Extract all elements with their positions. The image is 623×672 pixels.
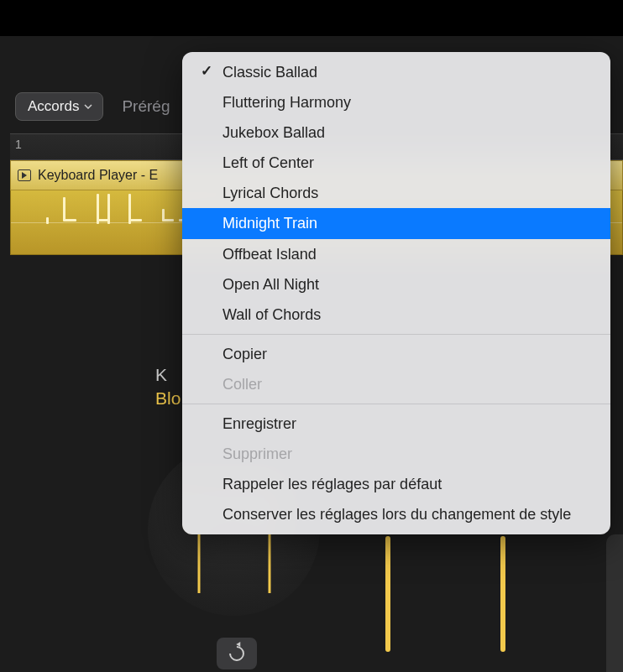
preset-menu-item[interactable]: Offbeat Island bbox=[182, 239, 610, 269]
chevron-down-icon bbox=[84, 104, 92, 109]
note bbox=[162, 219, 174, 221]
menu-delete: Supprimer bbox=[182, 439, 610, 469]
preset-menu-item[interactable]: Classic Ballad bbox=[182, 57, 610, 87]
preset-menu-item[interactable]: Open All Night bbox=[182, 269, 610, 300]
preset-menu-item[interactable]: Fluttering Harmony bbox=[182, 87, 610, 117]
info-line1: K bbox=[155, 365, 181, 385]
chords-dropdown[interactable]: Accords bbox=[15, 92, 103, 121]
note bbox=[63, 219, 76, 221]
preset-menu-item[interactable]: Lyrical Chords bbox=[182, 178, 610, 208]
preset-label: Prérég bbox=[122, 97, 170, 116]
menu-keep-on-style-change[interactable]: Conserver les réglages lors du changemen… bbox=[182, 499, 610, 529]
menu-copy[interactable]: Copier bbox=[182, 339, 610, 369]
ruler-mark-1: 1 bbox=[15, 138, 22, 151]
menu-recall-defaults[interactable]: Rappeler les réglages par défaut bbox=[182, 469, 610, 499]
preset-menu-item[interactable]: Jukebox Ballad bbox=[182, 117, 610, 148]
play-icon bbox=[18, 169, 31, 181]
menu-separator bbox=[182, 404, 610, 404]
note bbox=[107, 194, 110, 224]
note bbox=[63, 197, 65, 221]
preset-menu-item[interactable]: Midnight Train bbox=[182, 208, 610, 238]
note bbox=[46, 217, 49, 224]
chords-label: Accords bbox=[28, 98, 79, 115]
track-title: Keyboard Player - E bbox=[38, 168, 158, 183]
right-panel-tab[interactable] bbox=[606, 534, 623, 672]
refresh-icon bbox=[226, 643, 247, 664]
menu-separator bbox=[182, 334, 610, 335]
preset-menu-item[interactable]: Wall of Chords bbox=[182, 300, 610, 330]
preset-menu: Classic BalladFluttering HarmonyJukebox … bbox=[182, 52, 610, 534]
menu-paste: Coller bbox=[182, 369, 610, 399]
reset-button[interactable] bbox=[217, 638, 257, 669]
menu-save[interactable]: Enregistrer bbox=[182, 409, 610, 439]
instrument-info: K Blo bbox=[155, 365, 181, 409]
preset-menu-item[interactable]: Left of Center bbox=[182, 148, 610, 178]
slider-1[interactable] bbox=[385, 536, 390, 652]
info-line2: Blo bbox=[155, 388, 181, 409]
toolbar: Accords Prérég bbox=[15, 92, 170, 121]
note bbox=[128, 219, 142, 221]
slider-2[interactable] bbox=[500, 536, 505, 652]
